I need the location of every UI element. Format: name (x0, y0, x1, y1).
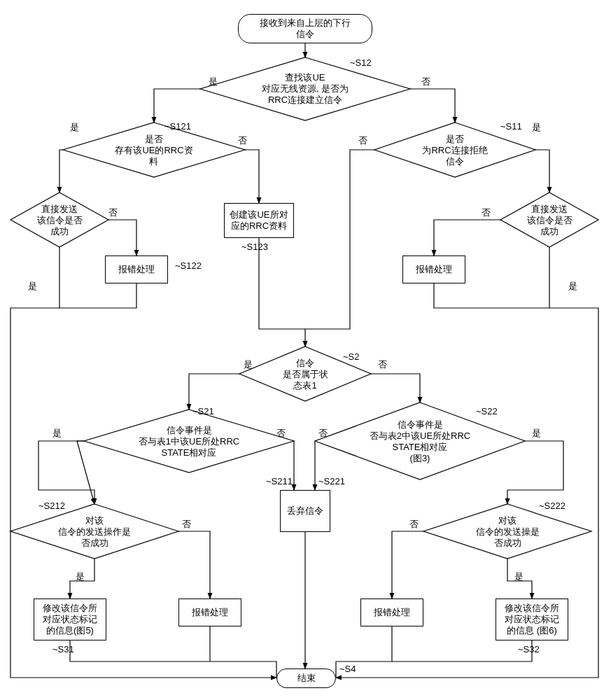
edge-no: 否 (482, 206, 491, 219)
s2-decision: 信令是否属于状态表1 (260, 356, 350, 393)
edge-yes: 是 (568, 280, 577, 293)
right-err-process: 报错处理 (402, 255, 465, 284)
s21-decision: 信令事件是否与表1中该UE所处RRCSTATE相对应 (105, 422, 273, 461)
edge-no: 否 (358, 134, 367, 147)
s32-label: ~S32 (518, 644, 540, 654)
s11-decision: 是否为RRC连接拒绝信令 (395, 133, 514, 168)
s122-label: ~S122 (175, 260, 202, 271)
discard-process: 丢弃信令 (280, 490, 330, 532)
edge-no: 否 (276, 427, 286, 440)
s2-label: ~S2 (343, 351, 360, 362)
s211-label: ~S211 (266, 476, 293, 486)
s31-process: 修改该信令所对应状态标记的信息(图5) (34, 598, 106, 640)
s222-label: ~S222 (539, 500, 566, 511)
edge-no: 否 (238, 134, 247, 147)
s222-err-process: 报错处理 (360, 598, 423, 626)
s222-decision: 对该信令的发送操是否成功 (444, 514, 570, 550)
end-node: 结束 (276, 668, 336, 688)
edge-no: 否 (318, 427, 328, 440)
s11-label: ~S11 (500, 121, 522, 132)
s32-process: 修改该信令所对应状态标记的信息 (图6) (496, 598, 568, 640)
s31-label: ~S31 (52, 644, 74, 654)
edge-no: 否 (182, 518, 191, 531)
s21-label: ~S21 (192, 406, 214, 416)
edge-yes: 是 (244, 358, 253, 371)
s121-label: ~S121 (164, 121, 191, 132)
s212-decision: 对该信令的发送操作是否成功 (31, 514, 157, 550)
edge-yes: 是 (52, 427, 62, 440)
s122-process: 报错处理 (105, 255, 168, 284)
edge-no: 否 (108, 206, 118, 219)
s123-label: ~S123 (241, 241, 268, 252)
edge-yes: 是 (70, 121, 79, 134)
edge-no: 否 (378, 358, 387, 371)
s121-decision: 是否存有该UE的RRC资料 (91, 133, 217, 168)
edge-yes: 是 (532, 427, 541, 440)
edge-yes: 是 (514, 570, 524, 583)
s22-label: ~S22 (476, 406, 498, 416)
s212-label: ~S212 (38, 500, 65, 511)
left-send-decision: 直接发送该信令是否成功 (21, 203, 98, 238)
edge-yes: 是 (76, 570, 85, 583)
s221-label: ~S221 (318, 476, 345, 486)
edge-yes: 是 (532, 121, 541, 134)
edge-no: 否 (421, 76, 430, 88)
edge-yes: 是 (28, 280, 37, 293)
s212-err-process: 报错处理 (178, 598, 241, 626)
right-send-decision: 直接发送该信令是否成功 (511, 203, 588, 238)
s123-process: 创建该UE所对应的RRC资料 (224, 203, 294, 238)
s22-decision: 信令事件是否与表2中该UE所处RRCSTATE相对应(图3) (336, 418, 504, 465)
edge-no: 否 (409, 518, 419, 531)
start-node: 接收到来自上层的下行信令 (238, 14, 372, 43)
s4-label: ~S4 (339, 664, 356, 674)
edge-yes: 是 (209, 76, 218, 88)
s12-decision: 查找该UE对应无线资源, 是否为RRC连接建立信令 (235, 68, 375, 110)
s12-label: ~S12 (350, 57, 372, 68)
